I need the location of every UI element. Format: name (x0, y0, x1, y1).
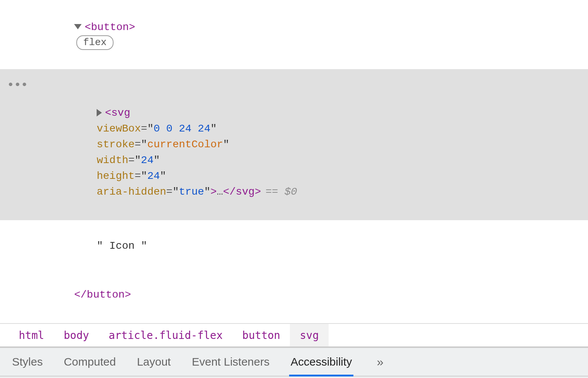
disclosure-triangle-right-icon[interactable] (97, 109, 102, 116)
collapsed-ellipsis[interactable]: … (217, 186, 223, 198)
crumb-svg[interactable]: svg (290, 324, 329, 346)
dom-line-svg-selected[interactable]: ••• <svg viewBox="0 0 24 24" stroke="cur… (0, 69, 588, 220)
attr-height-value: 24 (147, 170, 160, 182)
elements-dom-panel: <button> flex ••• <svg viewBox="0 0 24 2… (0, 0, 588, 323)
attr-width-name: width (97, 154, 128, 166)
attr-height-name: height (97, 170, 135, 182)
crumb-button[interactable]: button (232, 324, 290, 346)
details-tabs-bar: Styles Computed Layout Event Listeners A… (0, 346, 588, 376)
dom-line-text-node[interactable]: " Icon " (0, 222, 588, 271)
attr-viewbox-value: 0 0 24 24 (153, 123, 210, 135)
attr-stroke-name: stroke (97, 139, 135, 150)
tab-event-listeners[interactable]: Event Listeners (192, 348, 270, 376)
tag-name-button: button (91, 21, 129, 33)
close-tag-svg: svg (236, 186, 255, 198)
flex-badge[interactable]: flex (76, 35, 113, 50)
attr-stroke-value: currentColor (147, 139, 223, 150)
console-reference: == $0 (265, 186, 297, 198)
dom-line-button-open[interactable]: <button> flex (0, 3, 588, 68)
tab-layout[interactable]: Layout (137, 348, 171, 376)
attr-viewbox-name: viewBox (97, 123, 141, 135)
close-tag-button: button (87, 289, 125, 301)
tab-accessibility[interactable]: Accessibility (291, 348, 352, 376)
attr-width-value: 24 (141, 154, 154, 166)
attr-ariahidden-value: true (179, 186, 204, 198)
tag-name-svg: svg (111, 107, 130, 119)
breadcrumb: html body article.fluid-flex button svg (0, 323, 588, 346)
tab-styles[interactable]: Styles (12, 348, 43, 376)
crumb-body[interactable]: body (54, 324, 99, 346)
crumb-html[interactable]: html (9, 324, 54, 346)
disclosure-triangle-down-icon[interactable] (74, 24, 82, 29)
more-actions-icon[interactable]: ••• (7, 76, 27, 95)
tab-computed[interactable]: Computed (64, 348, 116, 376)
text-node-value: " Icon " (97, 240, 147, 252)
section-header-accessibility-tree[interactable]: Accessibility Tree (0, 376, 588, 378)
crumb-article[interactable]: article.fluid-flex (99, 324, 232, 346)
dom-line-button-close[interactable]: </button> (0, 271, 588, 319)
tabs-overflow-icon[interactable]: » (373, 355, 387, 369)
attr-ariahidden-name: aria-hidden (97, 186, 166, 198)
